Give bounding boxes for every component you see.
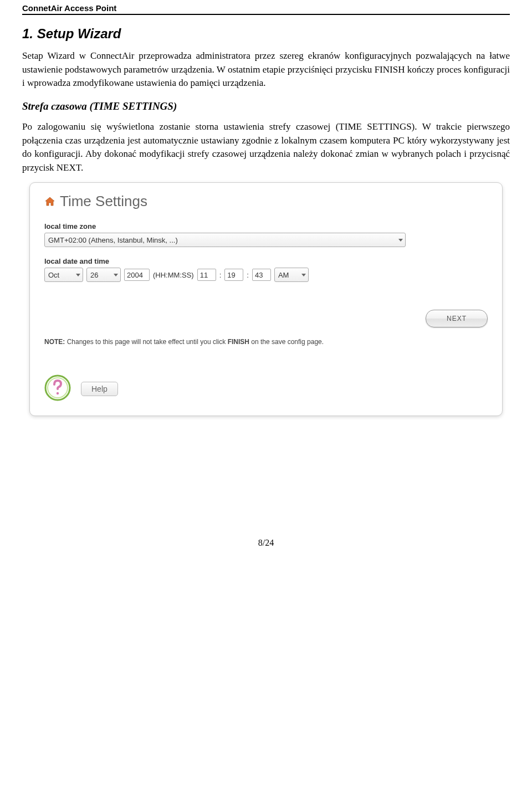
year-input[interactable] [124, 269, 150, 281]
timezone-select[interactable]: GMT+02:00 (Athens, Istanbul, Minsk, ...) [44, 233, 406, 247]
note-bold: NOTE: [44, 338, 65, 346]
help-icon [44, 375, 71, 403]
section-title: 1. Setup Wizard [22, 26, 510, 42]
note-text: NOTE: Changes to this page will not take… [44, 337, 488, 347]
svg-point-2 [57, 392, 59, 394]
day-value: 26 [90, 271, 98, 279]
home-icon [44, 196, 55, 207]
subheading: Strefa czasowa (TIME SETTINGS) [22, 100, 510, 112]
intro-paragraph: Setap Wizard w ConnectAir przeprowadza a… [22, 49, 510, 90]
help-button[interactable]: Help [81, 382, 118, 396]
doc-header: ConnetAir Access Point [22, 0, 510, 15]
datetime-label: local date and time [44, 257, 488, 265]
minute-input[interactable] [224, 269, 243, 281]
month-value: Oct [48, 271, 59, 279]
panel-title: Time Settings [60, 193, 147, 210]
second-input[interactable] [252, 269, 271, 281]
time-sep: : [219, 271, 222, 279]
body-paragraph: Po zalogowaniu się wyświetlona zostanie … [22, 120, 510, 175]
day-select[interactable]: 26 [86, 268, 121, 282]
chevron-down-icon [76, 274, 80, 276]
chevron-down-icon [114, 274, 118, 276]
hhmmss-hint: (HH:MM:SS) [153, 271, 194, 279]
chevron-down-icon [301, 274, 306, 276]
timezone-value: GMT+02:00 (Athens, Istanbul, Minsk, ...) [48, 236, 178, 244]
time-sep: : [247, 271, 249, 279]
page-number: 8/24 [22, 538, 510, 548]
time-settings-panel: Time Settings local time zone GMT+02:00 … [29, 182, 503, 416]
next-button[interactable]: NEXT [426, 310, 488, 327]
chevron-down-icon [398, 239, 403, 242]
hour-input[interactable] [197, 269, 216, 281]
ampm-value: AM [278, 271, 289, 279]
tz-label: local time zone [44, 222, 488, 230]
ampm-select[interactable]: AM [274, 268, 309, 282]
month-select[interactable]: Oct [44, 268, 83, 282]
